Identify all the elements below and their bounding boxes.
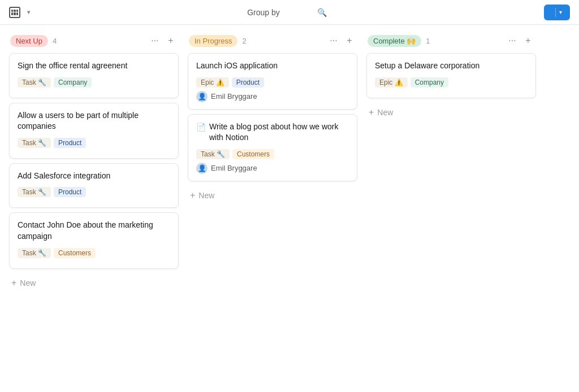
col-dots-next-up[interactable]: ··· xyxy=(148,34,162,47)
add-new-icon-complete: + xyxy=(369,107,374,117)
col-count-next-up: 4 xyxy=(53,37,57,45)
status-badge-in-progress[interactable]: In Progress xyxy=(189,35,237,47)
card-tags-card-2: Task 🔧Product xyxy=(18,138,170,148)
card-assignee-card-5: 👤Emil Bryggare xyxy=(196,91,349,102)
col-count-complete: 1 xyxy=(426,37,430,45)
card-card-4[interactable]: Contact John Doe about the marketing cam… xyxy=(9,212,179,268)
nav-filter[interactable] xyxy=(287,10,298,15)
nav-search[interactable]: 🔍 xyxy=(312,5,335,20)
board-icon xyxy=(9,7,20,18)
tag-card-5-0[interactable]: Epic ⚠️ xyxy=(196,77,229,88)
card-title-text-card-7: Setup a Delaware corporation xyxy=(375,60,479,72)
card-icon-card-6: 📄 xyxy=(196,122,206,133)
tag-card-6-0[interactable]: Task 🔧 xyxy=(196,149,230,159)
tag-card-2-0[interactable]: Task 🔧 xyxy=(18,138,51,148)
card-tags-card-6: Task 🔧Customers xyxy=(196,149,349,159)
card-title-card-6: 📄Write a blog post about how we work wit… xyxy=(196,121,349,143)
nav-sort[interactable] xyxy=(299,10,310,15)
search-icon: 🔍 xyxy=(317,8,327,17)
board-title-chevron: ▾ xyxy=(27,9,30,15)
card-card-3[interactable]: Add Salesforce integrationTask 🔧Product xyxy=(9,163,179,208)
tag-card-4-0[interactable]: Task 🔧 xyxy=(18,248,51,258)
assignee-name-card-6: Emil Bryggare xyxy=(211,164,257,172)
col-dots-complete[interactable]: ··· xyxy=(505,34,519,47)
column-header-complete: Complete 🙌1···+ xyxy=(366,34,536,47)
new-button-arrow: ▾ xyxy=(559,9,562,15)
card-title-card-5: Launch iOS application xyxy=(196,60,349,72)
card-title-card-2: Allow a users to be part of multiple com… xyxy=(18,110,170,132)
card-title-card-3: Add Salesforce integration xyxy=(18,171,170,182)
card-title-text-card-5: Launch iOS application xyxy=(196,60,278,72)
new-button-divider xyxy=(555,8,556,17)
add-new-label-next-up: New xyxy=(20,278,36,288)
card-title-card-7: Setup a Delaware corporation xyxy=(375,60,528,72)
col-add-next-up[interactable]: + xyxy=(164,34,178,47)
tag-card-1-1[interactable]: Company xyxy=(54,77,92,88)
card-card-2[interactable]: Allow a users to be part of multiple com… xyxy=(9,103,179,159)
card-title-text-card-1: Sign the office rental agreenent xyxy=(18,60,127,72)
nav-group-by[interactable]: Group by xyxy=(241,5,286,20)
column-complete: Complete 🙌1···+Setup a Delaware corporat… xyxy=(366,34,536,383)
tag-card-7-0[interactable]: Epic ⚠️ xyxy=(375,77,408,88)
column-header-next-up: Next Up4···+ xyxy=(9,34,179,47)
add-new-complete[interactable]: +New xyxy=(366,104,536,121)
card-tags-card-3: Task 🔧Product xyxy=(18,187,170,197)
card-tags-card-5: Epic ⚠️Product xyxy=(196,77,349,88)
add-new-icon-in-progress: + xyxy=(190,190,195,201)
new-button[interactable]: ▾ xyxy=(544,5,570,20)
card-tags-card-1: Task 🔧Company xyxy=(18,77,170,88)
topbar: ▾ Group by 🔍 ▾ xyxy=(0,0,579,25)
card-tags-card-7: Epic ⚠️Company xyxy=(375,77,528,88)
status-badge-complete[interactable]: Complete 🙌 xyxy=(368,35,421,47)
card-card-5[interactable]: Launch iOS applicationEpic ⚠️Product👤Emi… xyxy=(188,53,357,110)
col-count-in-progress: 2 xyxy=(242,37,246,45)
assignee-name-card-5: Emil Bryggare xyxy=(211,92,257,101)
avatar-card-6: 👤 xyxy=(196,163,208,174)
column-next-up: Next Up4···+Sign the office rental agree… xyxy=(9,34,179,383)
col-add-complete[interactable]: + xyxy=(521,34,535,47)
tag-card-2-1[interactable]: Product xyxy=(54,138,86,148)
card-card-1[interactable]: Sign the office rental agreenentTask 🔧Co… xyxy=(9,53,179,98)
group-by-label: Group by xyxy=(247,8,280,17)
card-card-6[interactable]: 📄Write a blog post about how we work wit… xyxy=(188,114,357,181)
col-dots-in-progress[interactable]: ··· xyxy=(327,34,340,47)
column-in-progress: In Progress2···+Launch iOS applicationEp… xyxy=(188,34,357,383)
card-title-text-card-2: Allow a users to be part of multiple com… xyxy=(18,110,170,132)
card-tags-card-4: Task 🔧Customers xyxy=(18,248,170,258)
card-title-card-4: Contact John Doe about the marketing cam… xyxy=(18,220,170,242)
topbar-nav: Group by 🔍 xyxy=(229,5,345,20)
tag-card-3-0[interactable]: Task 🔧 xyxy=(18,187,51,197)
tag-card-4-1[interactable]: Customers xyxy=(54,248,96,258)
card-assignee-card-6: 👤Emil Bryggare xyxy=(196,163,349,174)
add-new-in-progress[interactable]: +New xyxy=(188,187,357,204)
tag-card-1-0[interactable]: Task 🔧 xyxy=(18,77,51,88)
tag-card-6-1[interactable]: Customers xyxy=(232,149,274,159)
column-header-in-progress: In Progress2···+ xyxy=(188,34,357,47)
board-title-group[interactable]: ▾ xyxy=(9,7,30,18)
add-new-label-complete: New xyxy=(377,108,393,117)
add-new-next-up[interactable]: +New xyxy=(9,275,179,291)
tag-card-3-1[interactable]: Product xyxy=(54,187,86,197)
add-new-icon-next-up: + xyxy=(11,278,16,288)
nav-properties[interactable] xyxy=(229,10,240,15)
avatar-card-5: 👤 xyxy=(196,91,208,102)
add-new-label-in-progress: New xyxy=(198,191,214,200)
card-card-7[interactable]: Setup a Delaware corporationEpic ⚠️Compa… xyxy=(366,53,536,98)
card-title-card-1: Sign the office rental agreenent xyxy=(18,60,170,72)
col-add-in-progress[interactable]: + xyxy=(343,34,356,47)
status-badge-next-up[interactable]: Next Up xyxy=(10,35,48,47)
nav-more[interactable] xyxy=(336,10,345,15)
card-title-text-card-3: Add Salesforce integration xyxy=(18,171,110,182)
tag-card-5-1[interactable]: Product xyxy=(232,77,264,88)
col-actions-in-progress: ···+ xyxy=(327,34,356,47)
col-actions-complete: ···+ xyxy=(505,34,535,47)
card-title-text-card-6: Write a blog post about how we work with… xyxy=(209,121,349,143)
col-actions-next-up: ···+ xyxy=(148,34,178,47)
board-area: Next Up4···+Sign the office rental agree… xyxy=(0,25,579,392)
card-title-text-card-4: Contact John Doe about the marketing cam… xyxy=(18,220,170,242)
tag-card-7-1[interactable]: Company xyxy=(411,77,448,88)
